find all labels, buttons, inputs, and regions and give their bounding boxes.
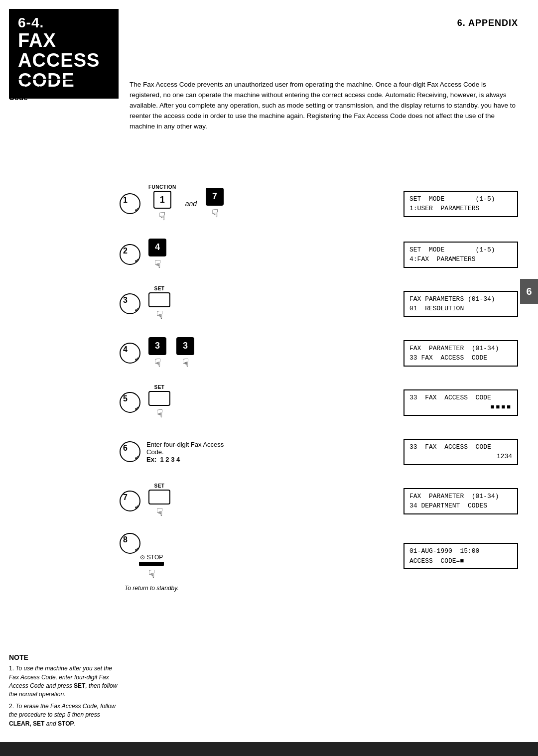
step-8-left: 8 ↙ ⊙ STOP ☟ To return to standby. [120, 533, 184, 592]
display-6-line2: 1234 [409, 452, 512, 462]
step-num-4: 4 ↙ [120, 343, 140, 364]
note-item-2: 2. To erase the Fax Access Code, follow … [9, 702, 121, 728]
title-big: FAX ACCESSCODE [18, 31, 110, 91]
step-7: 7 ↙ SET ☟ FAX PARAMETER (01-34) 34 DEPAR… [120, 483, 518, 519]
display-5-line2: ■■■■ [409, 402, 512, 412]
stop-key-box: ⊙ STOP ☟ To return to standby. [125, 554, 179, 592]
display-5: 33 FAX ACCESS CODE ■■■■ [404, 389, 518, 416]
step-3-left: 3 ↙ SET ☟ [120, 286, 404, 322]
display-2-line1: SET MODE (1-5) [409, 245, 512, 255]
display-2: SET MODE (1-5) 4:FAX PARAMETERS [404, 242, 518, 268]
display-6-line1: 33 FAX ACCESS CODE [409, 442, 512, 452]
step-num-3: 3 ↙ [120, 293, 140, 314]
display-7: FAX PARAMETER (01-34) 34 DEPARTMENT CODE… [404, 488, 518, 514]
key-1: 1 [153, 191, 171, 209]
display-8: 01-AUG-1990 15:00 ACCESS CODE=■ [404, 543, 518, 569]
display-4: FAX PARAMETER (01-34) 33 FAX ACCESS CODE [404, 340, 518, 367]
bottom-bar [0, 742, 538, 756]
display-4-line1: FAX PARAMETER (01-34) [409, 344, 512, 354]
display-3: FAX PARAMETERS (01-34) 01 RESOLUTION [404, 291, 518, 317]
key-4: 4 [148, 239, 166, 256]
set-key-7 [148, 490, 170, 504]
step-1: 1 ↙ FUNCTION 1 ☟ and 7 ☟ SET MODE (1-5) … [120, 184, 518, 223]
step-6-ex: Ex: 1 2 3 4 [146, 456, 236, 463]
step-5: 5 ↙ SET ☟ 33 FAX ACCESS CODE ■■■■ [120, 384, 518, 420]
title-small: 6-4. [18, 15, 110, 31]
appendix-label: 6. APPENDIX [457, 18, 518, 28]
function-key-box: FUNCTION 1 ☟ [148, 184, 176, 223]
key-3b-box: 3 ☟ [176, 337, 194, 370]
display-7-line2: 34 DEPARTMENT CODES [409, 501, 512, 511]
step-7-left: 7 ↙ SET ☟ [120, 483, 404, 519]
step-8-desc: To return to standby. [125, 585, 179, 592]
set-key-box-5: SET ☟ [148, 384, 170, 420]
step-2-left: 2 ↙ 4 ☟ [120, 239, 404, 271]
note-title: NOTE [9, 653, 121, 661]
key-3a-box: 3 ☟ [148, 337, 166, 370]
set-key-box-7: SET ☟ [148, 483, 170, 519]
step-1-left: 1 ↙ FUNCTION 1 ☟ and 7 ☟ [120, 184, 404, 223]
key-3b: 3 [176, 337, 194, 355]
step-6-text: Enter four-digit Fax Access Code. [146, 441, 236, 456]
display-8-line1: 01-AUG-1990 15:00 [409, 546, 512, 556]
step-num-1: 1 ↙ [120, 193, 140, 214]
key-3a: 3 [148, 337, 166, 355]
display-6: 33 FAX ACCESS CODE 1234 [404, 439, 518, 465]
step-5-left: 5 ↙ SET ☟ [120, 384, 404, 420]
step-num-2: 2 ↙ [120, 244, 140, 265]
step-2: 2 ↙ 4 ☟ SET MODE (1-5) 4:FAX PARAMETERS [120, 237, 518, 272]
set-key-box-3: SET ☟ [148, 286, 170, 322]
step-6: 6 ↙ Enter four-digit Fax Access Code. Ex… [120, 434, 518, 469]
note-section: NOTE 1. To use the machine after you set… [9, 653, 121, 731]
steps-container: 1 ↙ FUNCTION 1 ☟ and 7 ☟ SET MODE (1-5) … [120, 184, 518, 606]
description-text: The Fax Access Code prevents an unauthor… [130, 80, 518, 132]
display-8-line2: ACCESS CODE=■ [409, 556, 512, 566]
stop-bar [139, 562, 164, 566]
step-num-5: 5 ↙ [120, 392, 140, 413]
display-3-line2: 01 RESOLUTION [409, 304, 512, 314]
display-7-line1: FAX PARAMETER (01-34) [409, 492, 512, 502]
note-item-1: 1. To use the machine after you set the … [9, 664, 121, 699]
display-1: SET MODE (1-5) 1:USER PARAMETERS [404, 191, 518, 217]
display-3-line1: FAX PARAMETERS (01-34) [409, 294, 512, 304]
step-3: 3 ↙ SET ☟ FAX PARAMETERS (01-34) 01 RESO… [120, 286, 518, 322]
step-num-7: 7 ↙ [120, 491, 140, 511]
key-4-box: 4 ☟ [148, 239, 166, 271]
step-4-left: 4 ↙ 3 ☟ 3 ☟ [120, 337, 404, 370]
display-1-line2: 1:USER PARAMETERS [409, 204, 512, 214]
sidebar-tab: 6 [520, 279, 538, 304]
display-5-line1: 33 FAX ACCESS CODE [409, 393, 512, 403]
key-7: 7 [206, 188, 224, 206]
display-4-line2: 33 FAX ACCESS CODE [409, 353, 512, 363]
step-8: 8 ↙ ⊙ STOP ☟ To return to standby. 01-AU… [120, 533, 518, 592]
step-num-6: 6 ↙ [120, 441, 140, 462]
stop-icon: ⊙ STOP [140, 554, 163, 561]
title-divider [9, 79, 119, 80]
step-num-8: 8 ↙ [120, 533, 140, 554]
set-key-5 [148, 391, 170, 406]
section-heading: Setting the Fax Access Code [9, 85, 109, 102]
step-4: 4 ↙ 3 ☟ 3 ☟ FAX PARAMETER (01-34) 33 FAX… [120, 336, 518, 371]
display-1-line1: SET MODE (1-5) [409, 194, 512, 204]
step-6-left: 6 ↙ Enter four-digit Fax Access Code. Ex… [120, 441, 404, 463]
set-key-3 [148, 292, 170, 307]
key-7-box: 7 ☟ [206, 188, 224, 220]
step-6-desc: Enter four-digit Fax Access Code. Ex: 1 … [146, 441, 236, 463]
display-2-line2: 4:FAX PARAMETERS [409, 254, 512, 264]
